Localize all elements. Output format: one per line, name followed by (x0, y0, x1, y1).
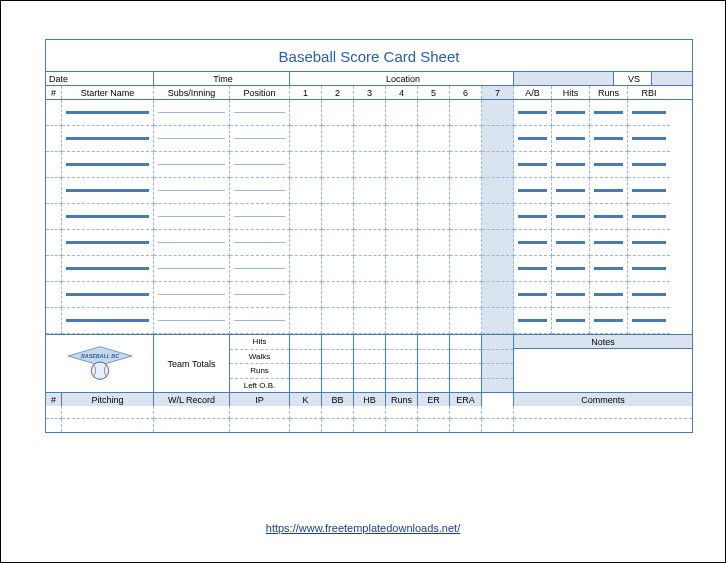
column-headers: # Starter Name Subs/Inning Position 1 2 … (46, 85, 692, 99)
inn-total-3 (354, 335, 386, 392)
col-inn-3: 3 (354, 86, 386, 99)
svg-point-2 (91, 362, 108, 379)
source-link-row: https://www.freetemplatedownloads.net/ (1, 522, 725, 534)
pcol-hb: HB (354, 393, 386, 406)
date-label: Date (46, 72, 154, 85)
vs-label: VS (614, 72, 652, 85)
col-starter: Starter Name (62, 86, 154, 99)
stat-walks: Walks (230, 350, 289, 365)
col-ab: A/B (514, 86, 552, 99)
notes-label: Notes (514, 335, 692, 349)
player-row (46, 152, 692, 178)
inn-total-6 (450, 335, 482, 392)
meta-row: Date Time Location VS (46, 71, 692, 85)
col-inn-4: 4 (386, 86, 418, 99)
col-position: Position (230, 86, 290, 99)
pitching-header: # Pitching W/L Record IP K BB HB Runs ER… (46, 392, 692, 406)
pcol-runs: Runs (386, 393, 418, 406)
col-inn-5: 5 (418, 86, 450, 99)
player-row (46, 126, 692, 152)
player-row (46, 178, 692, 204)
col-hits: Hits (552, 86, 590, 99)
svg-text:BASEBALL BC: BASEBALL BC (80, 353, 118, 359)
player-rows (46, 99, 692, 334)
inn-total-4 (386, 335, 418, 392)
pcol-era: ERA (450, 393, 482, 406)
pcol-pitching: Pitching (62, 393, 154, 406)
pcol-bb: BB (322, 393, 354, 406)
player-row (46, 100, 692, 126)
pitch-row (46, 406, 692, 419)
col-inn-1: 1 (290, 86, 322, 99)
col-subs: Subs/Inning (154, 86, 230, 99)
col-runs: Runs (590, 86, 628, 99)
stat-runs: Runs (230, 364, 289, 379)
pcol-ip: IP (230, 393, 290, 406)
totals-row: BASEBALL BC Team Totals Hits Walks Runs … (46, 334, 692, 392)
inn-total-1 (290, 335, 322, 392)
score-sheet: Baseball Score Card Sheet Date Time Loca… (45, 39, 693, 433)
pcol-comments: Comments (514, 393, 692, 406)
player-row (46, 230, 692, 256)
col-rbi: RBI (628, 86, 670, 99)
col-inn-2: 2 (322, 86, 354, 99)
player-row (46, 308, 692, 334)
col-inn-7: 7 (482, 86, 514, 99)
player-row (46, 282, 692, 308)
baseball-bc-logo-icon: BASEBALL BC (65, 344, 135, 384)
notes-box: Notes (514, 335, 692, 392)
logo-box: BASEBALL BC (46, 335, 154, 392)
pitching-rows (46, 406, 692, 432)
col-num: # (46, 86, 62, 99)
stat-hits: Hits (230, 335, 289, 350)
time-label: Time (154, 72, 290, 85)
team-totals-label: Team Totals (154, 335, 230, 392)
pcol-wl: W/L Record (154, 393, 230, 406)
stat-lob: Left O.B. (230, 379, 289, 393)
pcol-num: # (46, 393, 62, 406)
player-row (46, 204, 692, 230)
source-link[interactable]: https://www.freetemplatedownloads.net/ (266, 522, 460, 534)
inn-total-2 (322, 335, 354, 392)
inn-total-5 (418, 335, 450, 392)
col-inn-6: 6 (450, 86, 482, 99)
pcol-k: K (290, 393, 322, 406)
stat-labels: Hits Walks Runs Left O.B. (230, 335, 290, 392)
inn-total-7 (482, 335, 514, 392)
pitch-row (46, 419, 692, 432)
sheet-title: Baseball Score Card Sheet (46, 40, 692, 71)
location-label: Location (290, 72, 514, 85)
pcol-er: ER (418, 393, 450, 406)
player-row (46, 256, 692, 282)
